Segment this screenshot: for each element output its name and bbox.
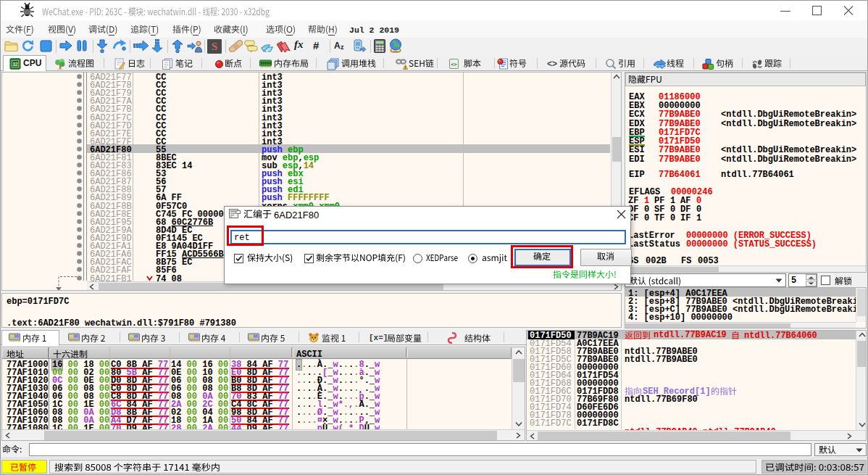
svg-text:<>: <> <box>451 62 456 67</box>
svg-text:S: S <box>212 41 217 52</box>
svg-text:32: 32 <box>12 62 18 67</box>
